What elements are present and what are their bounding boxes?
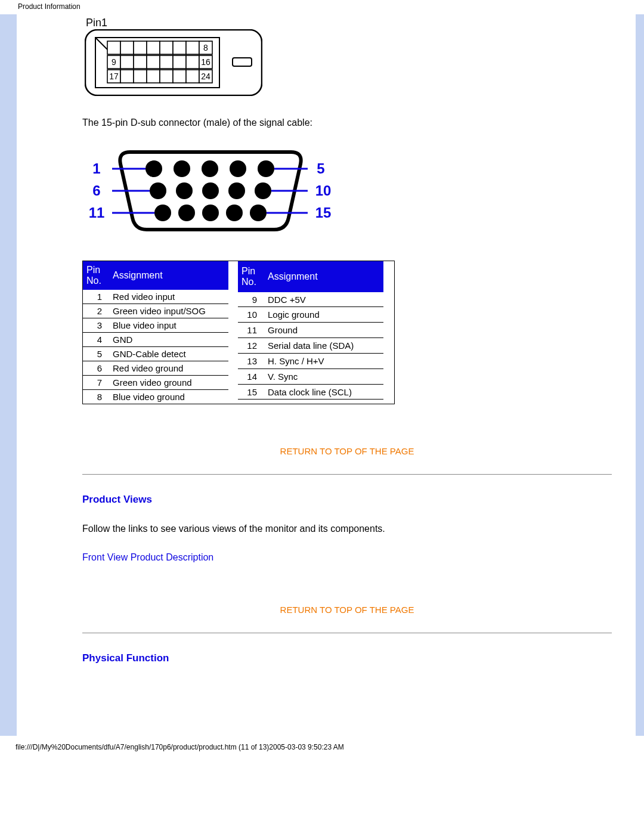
svg-rect-16 (173, 55, 186, 69)
svg-rect-21 (134, 70, 147, 83)
svg-rect-9 (186, 41, 199, 54)
svg-rect-23 (160, 70, 173, 83)
dvi-label-r2a: 9 (112, 57, 116, 67)
return-to-top-link[interactable]: RETURN TO TOP OF THE PAGE (82, 446, 612, 456)
table-row: 9DDC +5V (238, 292, 383, 307)
dsub-left-c: 11 (89, 205, 105, 221)
svg-rect-6 (147, 41, 160, 54)
dsub-connector-icon: 1 6 11 5 10 15 (82, 140, 339, 236)
section-divider (82, 474, 612, 475)
pin-assignment-cell: GND (109, 333, 228, 347)
dsub-right-a: 5 (317, 160, 324, 176)
pin-assignment-cell: DDC +5V (264, 292, 383, 307)
pin-header-pin: Pin No. (238, 261, 264, 292)
pin-assignment-cell: H. Sync / H+V (264, 353, 383, 368)
pin-number-cell: 12 (238, 338, 264, 354)
svg-rect-13 (134, 55, 147, 69)
pin-number-cell: 4 (83, 333, 109, 347)
table-row: 12Serial data line (SDA) (238, 338, 383, 354)
pin-number-cell: 8 (83, 390, 109, 404)
svg-rect-7 (160, 41, 173, 54)
svg-point-40 (202, 205, 219, 221)
pin-assignment-cell: GND-Cable detect (109, 347, 228, 361)
section-divider (82, 633, 612, 633)
svg-rect-27 (233, 58, 252, 66)
table-row: 14V. Sync (238, 368, 383, 384)
svg-rect-12 (120, 55, 134, 69)
pin-assignment-cell: Logic ground (264, 307, 383, 323)
table-row: 10Logic ground (238, 307, 383, 323)
pin-assignment-cell (264, 400, 383, 404)
dvi-label-r3a: 17 (109, 72, 119, 81)
svg-point-32 (258, 160, 274, 177)
pin-number-cell: 10 (238, 307, 264, 323)
dsub-left-b: 6 (92, 182, 100, 199)
svg-rect-14 (147, 55, 160, 69)
table-row: 4GND (83, 333, 228, 347)
right-margin-band (636, 14, 644, 736)
table-row: 1Red video input (83, 290, 228, 304)
svg-point-35 (202, 182, 219, 199)
svg-point-33 (150, 182, 166, 199)
pin-table-left: Pin No. Assignment 1Red video input2Gree… (83, 261, 228, 404)
pin-number-cell: 14 (238, 368, 264, 384)
svg-rect-15 (160, 55, 173, 69)
content-column: Pin1 8 9 16 17 24 (82, 14, 636, 736)
pin-assignment-tables: Pin No. Assignment 1Red video input2Gree… (82, 261, 395, 404)
page-header: Product Information (0, 0, 644, 14)
dvi-label-r1: 8 (203, 43, 208, 52)
pin-number-cell: 1 (83, 290, 109, 304)
table-row (238, 400, 383, 404)
return-to-top-link[interactable]: RETURN TO TOP OF THE PAGE (82, 605, 612, 615)
pin-header-assign: Assignment (109, 261, 228, 290)
svg-point-42 (250, 205, 267, 221)
table-row: 8Blue video ground (83, 390, 228, 404)
svg-rect-17 (186, 55, 199, 69)
table-row: 11Ground (238, 323, 383, 338)
product-views-text: Follow the links to see various views of… (82, 524, 612, 534)
table-row: 15Data clock line (SCL) (238, 384, 383, 400)
page-footer: file:///D|/My%20Documents/dfu/A7/english… (0, 736, 644, 756)
svg-point-38 (154, 205, 171, 221)
svg-rect-4 (120, 41, 134, 54)
svg-rect-5 (134, 41, 147, 54)
svg-point-28 (145, 160, 162, 177)
dsub-right-c: 15 (315, 205, 332, 221)
pin-assignment-cell: Green video input/SOG (109, 304, 228, 318)
dvi-label-r3b: 24 (201, 72, 210, 81)
table-row: 5GND-Cable detect (83, 347, 228, 361)
pin-assignment-cell: Blue video ground (109, 390, 228, 404)
svg-point-37 (255, 182, 271, 199)
table-row: 3Blue video input (83, 318, 228, 333)
pin-header-pin: Pin No. (83, 261, 109, 290)
svg-point-36 (228, 182, 245, 199)
pin-number-cell: 3 (83, 318, 109, 333)
pin-number-cell: 15 (238, 384, 264, 400)
pin-assignment-cell: Green video ground (109, 376, 228, 390)
product-views-heading: Product Views (82, 494, 612, 506)
pin-header-assign: Assignment (264, 261, 383, 292)
pin-table-right: Pin No. Assignment 9DDC +5V10Logic groun… (238, 261, 383, 404)
svg-point-30 (202, 160, 218, 177)
table-row: 2Green video input/SOG (83, 304, 228, 318)
table-row: 7Green video ground (83, 376, 228, 390)
pin-assignment-cell: V. Sync (264, 368, 383, 384)
pin1-label: Pin1 (86, 17, 612, 29)
dvi-label-r2b: 16 (201, 57, 210, 67)
front-view-link[interactable]: Front View Product Description (82, 552, 612, 563)
table-row: 13H. Sync / H+V (238, 353, 383, 368)
dvi-connector-figure: Pin1 8 9 16 17 24 (82, 14, 612, 96)
svg-rect-3 (107, 41, 120, 54)
pin-number-cell: 9 (238, 292, 264, 307)
svg-point-41 (226, 205, 243, 221)
left-margin-band (0, 14, 17, 736)
svg-rect-24 (173, 70, 186, 83)
pin-number-cell (238, 400, 264, 404)
dvi-connector-icon: 8 9 16 17 24 (85, 29, 262, 96)
physical-function-heading: Physical Function (82, 652, 612, 664)
svg-point-29 (174, 160, 190, 177)
pin-assignment-cell: Ground (264, 323, 383, 338)
pin-assignment-cell: Serial data line (SDA) (264, 338, 383, 354)
pin-number-cell: 5 (83, 347, 109, 361)
pin-assignment-cell: Data clock line (SCL) (264, 384, 383, 400)
